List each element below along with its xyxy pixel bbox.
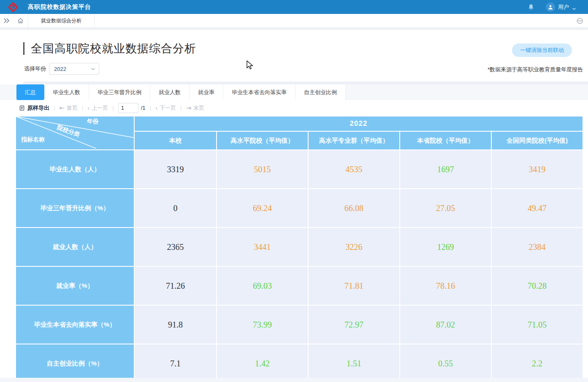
data-source-note: *数据来源于高等职业教育质量年度报告 xyxy=(488,66,583,73)
table-cell-r0-c1[interactable]: 5015 xyxy=(217,150,308,188)
table-cell-r0-c0[interactable]: 3319 xyxy=(135,150,216,188)
table-cell-r2-c4[interactable]: 2384 xyxy=(492,228,583,266)
table-cell-r4-c0[interactable]: 91.8 xyxy=(135,306,216,344)
metric-tab-4[interactable]: 就业率 xyxy=(190,84,223,100)
home-icon[interactable] xyxy=(13,14,28,27)
metric-tab-3[interactable]: 就业人数 xyxy=(150,84,190,100)
row-label-3: 就业率（%） xyxy=(16,267,134,305)
export-label: 原样导出 xyxy=(27,104,49,112)
prev-page-icon: ‹ xyxy=(87,105,89,111)
table-cell-r0-c4[interactable]: 3419 xyxy=(492,150,583,188)
table-cell-r1-c4[interactable]: 49.47 xyxy=(492,189,583,227)
column-header-2: 高水平专业群（平均值） xyxy=(309,132,399,149)
app-title: 高职院校数据决策平台 xyxy=(28,3,91,11)
table-cell-r3-c1[interactable]: 69.03 xyxy=(217,267,308,305)
table-cell-r5-c1[interactable]: 1.42 xyxy=(217,344,308,382)
table-cell-r2-c3[interactable]: 1269 xyxy=(400,228,491,266)
table-cell-r1-c0[interactable]: 0 xyxy=(135,189,216,227)
table-cell-r3-c4[interactable]: 70.28 xyxy=(492,267,583,305)
column-header-4: 全国同类院校(平均值) xyxy=(492,132,583,149)
table-cell-r5-c4[interactable]: 2.2 xyxy=(492,344,583,382)
corner-label-year: 年份 xyxy=(87,118,99,125)
bell-icon[interactable] xyxy=(527,3,535,11)
page-title: 全国高职院校就业数据综合分析 xyxy=(31,41,196,56)
column-header-1: 高水平院校（平均值） xyxy=(217,132,308,149)
first-page-icon: ⇤ xyxy=(59,105,65,111)
user-avatar-icon xyxy=(546,3,555,12)
user-name-label: 用户 xyxy=(558,3,569,11)
next-page-button[interactable]: ›下一页 xyxy=(155,104,176,112)
table-cell-r2-c2[interactable]: 3226 xyxy=(309,228,399,266)
table-cell-r4-c3[interactable]: 87.02 xyxy=(400,306,491,344)
table-cell-r0-c3[interactable]: 1697 xyxy=(400,150,491,188)
row-label-4: 毕业生本省去向落实率（%） xyxy=(16,306,134,344)
column-header-3: 本省院校（平均值） xyxy=(400,132,491,149)
page-number-input[interactable] xyxy=(118,103,138,113)
metric-tabs: 汇总毕业生人数毕业三年晋升比例就业人数就业率毕业生本省去向落实率自主创业比例 xyxy=(0,84,588,100)
page-total-label: /1 xyxy=(141,105,146,111)
clear-linkage-button[interactable]: 一键清除当前联动 xyxy=(512,43,572,57)
metric-tab-1[interactable]: 毕业生人数 xyxy=(44,84,89,100)
sidebar-collapse-icon[interactable] xyxy=(0,14,13,27)
tag-bar: 就业数据综合分析 xyxy=(0,14,588,28)
table-cell-r1-c3[interactable]: 27.05 xyxy=(400,189,491,227)
table-year-header: 2022 xyxy=(135,116,583,131)
table-cell-r3-c0[interactable]: 71.26 xyxy=(135,267,216,305)
table-toolbar: 原样导出 | ⇤首页 | ‹上一页 | /1 | ›下一页 | ⇥末页 xyxy=(0,100,588,116)
title-marker xyxy=(23,42,24,55)
prev-page-button[interactable]: ‹上一页 xyxy=(87,104,108,112)
metric-tab-6[interactable]: 自主创业比例 xyxy=(295,84,346,100)
table-cell-r4-c2[interactable]: 72.97 xyxy=(309,306,399,344)
corner-label-indicator: 指标名称 xyxy=(21,136,45,144)
table-cell-r3-c3[interactable]: 78.16 xyxy=(400,267,491,305)
divider xyxy=(0,378,588,382)
row-label-2: 就业人数（人） xyxy=(16,228,134,266)
export-button[interactable]: 原样导出 xyxy=(19,104,49,112)
year-select-label: 选择年份 xyxy=(24,65,46,73)
table-cell-r1-c1[interactable]: 69.24 xyxy=(217,189,308,227)
table-cell-r1-c2[interactable]: 66.08 xyxy=(309,189,399,227)
row-label-0: 毕业生人数（人） xyxy=(16,150,134,188)
table-cell-r4-c4[interactable]: 71.05 xyxy=(492,306,583,344)
last-page-icon: ⇥ xyxy=(186,105,191,111)
year-select[interactable]: 2022 xyxy=(49,63,99,75)
last-page-button[interactable]: ⇥末页 xyxy=(186,104,204,112)
table-cell-r2-c0[interactable]: 2365 xyxy=(135,228,216,266)
app-root: { "topbar": { "title": "高职院校数据决策平台", "us… xyxy=(0,0,588,382)
metric-tab-5[interactable]: 毕业生本省去向落实率 xyxy=(223,84,295,100)
divider xyxy=(23,81,588,84)
table-cell-r4-c1[interactable]: 73.99 xyxy=(217,306,308,344)
table-cell-r5-c0[interactable]: 7.1 xyxy=(135,344,216,382)
chevron-down-icon xyxy=(572,5,576,9)
table-wrapper: 年份 院校分类 指标名称 2022 本校高水平院校（平均值）高水平专业群（平均值… xyxy=(0,116,588,382)
chevron-down-icon xyxy=(91,67,95,71)
top-navbar: 高职院校数据决策平台 用户 xyxy=(0,0,588,14)
table-cell-r0-c2[interactable]: 4535 xyxy=(309,150,399,188)
table-cell-r5-c2[interactable]: 1.51 xyxy=(309,344,399,382)
metric-tab-0[interactable]: 汇总 xyxy=(16,84,44,100)
row-label-1: 毕业三年晋升比例（%） xyxy=(16,189,134,227)
summary-table: 年份 院校分类 指标名称 2022 本校高水平院校（平均值）高水平专业群（平均值… xyxy=(16,116,583,382)
table-cell-r2-c1[interactable]: 3441 xyxy=(217,228,308,266)
row-label-5: 自主创业比例（%） xyxy=(16,344,134,382)
more-options-icon[interactable] xyxy=(571,14,588,27)
next-page-icon: › xyxy=(155,105,157,111)
first-page-button[interactable]: ⇤首页 xyxy=(59,104,78,112)
brand-logo-icon xyxy=(8,2,19,13)
year-select-value: 2022 xyxy=(54,66,91,72)
table-corner-cell: 年份 院校分类 指标名称 xyxy=(16,116,134,149)
table-cell-r3-c2[interactable]: 71.81 xyxy=(309,267,399,305)
column-header-0: 本校 xyxy=(135,132,216,149)
route-tab[interactable]: 就业数据综合分析 xyxy=(28,14,95,27)
metric-tab-2[interactable]: 毕业三年晋升比例 xyxy=(89,84,150,100)
table-cell-r5-c3[interactable]: 0.55 xyxy=(400,344,491,382)
document-export-icon xyxy=(19,105,25,111)
page-header: 全国高职院校就业数据综合分析 一键清除当前联动 选择年份 2022 *数据来源于… xyxy=(0,30,588,84)
user-menu[interactable]: 用户 xyxy=(546,3,576,12)
